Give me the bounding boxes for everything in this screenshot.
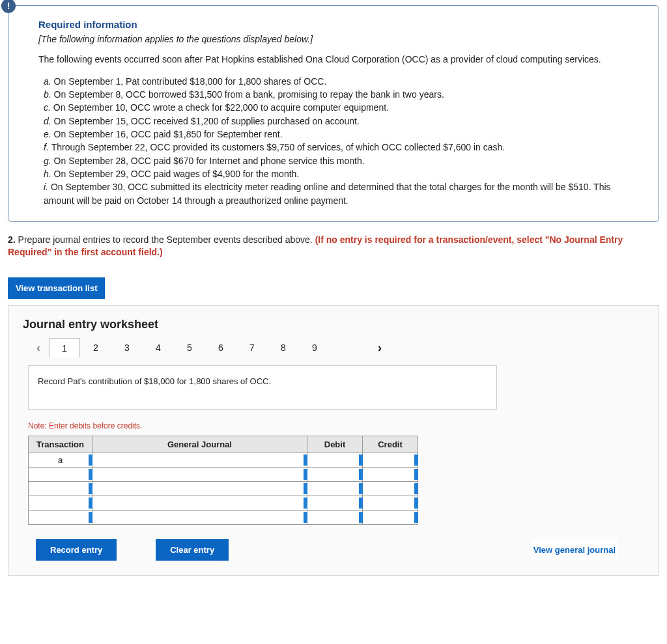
col-transaction: Transaction	[29, 436, 92, 453]
event-c: c. On September 10, OCC wrote a check fo…	[44, 101, 640, 114]
event-d: d. On September 15, OCC received $1,200 …	[44, 115, 640, 128]
tab-7[interactable]: 7	[236, 338, 268, 357]
question-2: 2. Prepare journal entries to record the…	[8, 234, 659, 259]
record-entry-button[interactable]: Record entry	[36, 539, 117, 561]
table-row	[29, 496, 418, 511]
events-list: a. On September 1, Pat contributed $18,0…	[38, 75, 640, 207]
cell-debit[interactable]	[307, 468, 363, 482]
tab-5[interactable]: 5	[174, 338, 205, 357]
cell-general-journal[interactable]	[92, 482, 307, 496]
tab-3[interactable]: 3	[111, 338, 143, 357]
cell-credit[interactable]	[363, 511, 418, 525]
cell-transaction[interactable]	[29, 482, 92, 496]
info-icon: !	[1, 0, 16, 13]
event-h: h. On September 29, OCC paid wages of $4…	[44, 167, 640, 180]
cell-general-journal[interactable]	[92, 468, 307, 482]
cell-credit[interactable]	[363, 482, 418, 496]
table-row	[29, 468, 418, 482]
col-credit: Credit	[363, 436, 418, 453]
cell-debit[interactable]	[307, 496, 363, 511]
event-f: f. Through September 22, OCC provided it…	[44, 141, 640, 154]
cell-transaction[interactable]	[29, 468, 92, 482]
cell-handle-icon[interactable]	[414, 497, 418, 509]
view-transaction-list-button[interactable]: View transaction list	[8, 277, 105, 299]
required-info-title: Required information	[38, 19, 640, 30]
question-text: Prepare journal entries to record the Se…	[18, 234, 315, 245]
tab-6[interactable]: 6	[205, 338, 236, 357]
worksheet-button-row: Record entry Clear entry View general jo…	[36, 539, 644, 561]
col-general-journal: General Journal	[92, 436, 307, 453]
event-b: b. On September 8, OCC borrowed $31,500 …	[44, 88, 640, 101]
tab-9[interactable]: 9	[299, 338, 330, 357]
clear-entry-button[interactable]: Clear entry	[156, 539, 229, 561]
view-general-journal-button[interactable]: View general journal	[531, 539, 618, 561]
cell-handle-icon[interactable]	[414, 455, 418, 466]
event-i: i. On September 30, OCC submitted its el…	[44, 180, 640, 207]
cell-credit[interactable]	[363, 453, 418, 468]
event-g: g. On September 28, OCC paid $670 for In…	[44, 154, 640, 167]
cell-general-journal[interactable]	[92, 511, 307, 525]
col-debit: Debit	[307, 436, 363, 453]
cell-transaction[interactable]	[29, 496, 92, 511]
cell-general-journal[interactable]	[92, 453, 307, 468]
cell-handle-icon[interactable]	[414, 469, 418, 480]
cell-debit[interactable]	[307, 511, 363, 525]
event-a: a. On September 1, Pat contributed $18,0…	[44, 75, 640, 88]
cell-credit[interactable]	[363, 496, 418, 511]
table-row: a	[29, 453, 418, 468]
tab-1[interactable]: 1	[49, 338, 80, 357]
chevron-right-icon[interactable]: ›	[369, 338, 390, 357]
tab-2[interactable]: 2	[80, 338, 111, 357]
chevron-left-icon[interactable]: ‹	[28, 338, 49, 357]
info-italic-note: [The following information applies to th…	[38, 34, 640, 44]
entry-prompt: Record Pat's contribution of $18,000 for…	[28, 365, 497, 410]
cell-transaction[interactable]	[29, 511, 92, 525]
required-info-panel: ! Required information [The following in…	[8, 5, 659, 222]
cell-general-journal[interactable]	[92, 496, 307, 511]
journal-worksheet-panel: Journal entry worksheet ‹ 1 2 3 4 5 6 7 …	[8, 305, 659, 576]
question-number: 2.	[8, 234, 16, 245]
table-row	[29, 482, 418, 496]
cell-credit[interactable]	[363, 468, 418, 482]
journal-entry-table: Transaction General Journal Debit Credit…	[28, 436, 418, 525]
cell-handle-icon[interactable]	[414, 483, 418, 494]
cell-handle-icon[interactable]	[414, 512, 418, 523]
worksheet-tabs: ‹ 1 2 3 4 5 6 7 8 9 ›	[28, 338, 644, 357]
worksheet-title: Journal entry worksheet	[23, 318, 644, 331]
cell-debit[interactable]	[307, 482, 363, 496]
cell-transaction[interactable]: a	[29, 453, 92, 468]
info-intro: The following events occurred soon after…	[38, 53, 640, 66]
tab-4[interactable]: 4	[143, 338, 174, 357]
cell-debit[interactable]	[307, 453, 363, 468]
table-row	[29, 511, 418, 525]
event-e: e. On September 16, OCC paid $1,850 for …	[44, 128, 640, 141]
debits-before-credits-note: Note: Enter debits before credits.	[28, 421, 644, 430]
tab-8[interactable]: 8	[268, 338, 299, 357]
